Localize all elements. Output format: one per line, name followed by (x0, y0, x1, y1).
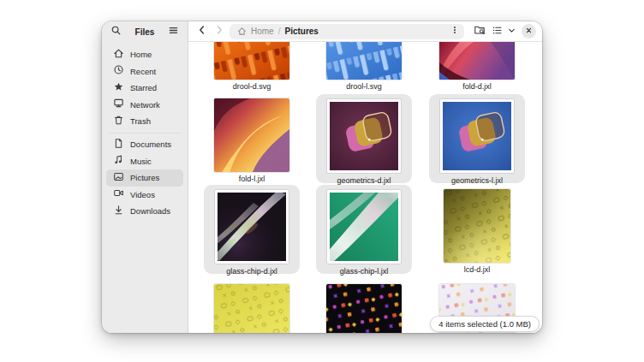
sidebar-item-label: Trash (130, 116, 151, 126)
files-window: Files Home Recent Starre (102, 21, 542, 333)
clock-icon (113, 63, 124, 79)
file-geometrics-l[interactable]: geometrics-l.jxl (429, 94, 525, 183)
file-glass-chip-l[interactable]: glass-chip-l.jxl (316, 185, 412, 274)
window-close-button[interactable] (522, 24, 536, 39)
file-label: fold-d.jxl (462, 82, 492, 91)
video-camera-icon (113, 187, 124, 202)
file-label: glass-chip-l.jxl (340, 267, 389, 276)
file-thumbnail (214, 189, 289, 264)
trash-icon (113, 114, 124, 129)
main-menu-button[interactable] (166, 24, 182, 39)
sidebar-item-downloads[interactable]: Downloads (106, 203, 183, 220)
home-icon (113, 47, 124, 62)
sidebar-item-label: Network (130, 100, 160, 110)
document-icon (113, 137, 124, 152)
file-label: glass-chip-d.jxl (226, 267, 277, 276)
download-icon (113, 204, 124, 219)
sidebar-group-places: Home Recent Starred Network Trash (106, 46, 183, 130)
selection-status-text: 4 items selected (1.0 MB) (438, 319, 531, 329)
star-icon (113, 80, 124, 96)
breadcrumb: Home / Pictures (230, 24, 464, 39)
header-bar: Home / Pictures (188, 21, 542, 42)
sidebar-item-recent[interactable]: Recent (106, 63, 183, 80)
sidebar: Files Home Recent Starre (102, 21, 188, 333)
file-lcd-d[interactable]: lcd-d.jxl (429, 185, 525, 274)
sidebar-separator (109, 133, 181, 134)
file-label: geometrics-d.jxl (337, 176, 391, 185)
kebab-menu-icon (450, 25, 460, 38)
sidebar-item-network[interactable]: Network (106, 97, 183, 114)
sidebar-item-home[interactable]: Home (106, 46, 183, 63)
file-thumbnail (326, 42, 402, 80)
search-button[interactable] (108, 24, 123, 39)
file-label: drool-d.svg (233, 82, 271, 91)
sidebar-item-label: Pictures (130, 173, 159, 182)
list-view-icon (492, 25, 503, 39)
breadcrumb-separator: / (278, 27, 281, 36)
sidebar-item-label: Documents (130, 139, 171, 149)
forward-button[interactable] (211, 23, 228, 40)
close-icon (524, 25, 534, 38)
list-view-button[interactable] (488, 23, 505, 40)
app-title: Files (135, 27, 155, 37)
file-thumbnail (439, 98, 515, 174)
file-drool-l[interactable]: drool-l.svg (316, 42, 412, 91)
breadcrumb-current[interactable]: Pictures (284, 27, 318, 36)
file-label: drool-l.svg (346, 82, 382, 91)
file-thumbnail (214, 42, 289, 80)
file-fold-l[interactable]: fold-l.jxl (204, 94, 300, 183)
sidebar-group-folders: Documents Music Pictures Videos Download… (106, 136, 183, 220)
sidebar-header: Files (102, 21, 188, 42)
desktop-background: Files Home Recent Starre (0, 0, 644, 362)
sidebar-item-label: Starred (130, 83, 157, 92)
file-thumbnail (214, 284, 289, 333)
status-bar: 4 items selected (1.0 MB) (430, 316, 540, 332)
file-partial-1[interactable] (204, 284, 300, 333)
file-thumbnail (326, 98, 402, 174)
search-everywhere-button[interactable] (471, 23, 488, 40)
breadcrumb-home[interactable]: Home (251, 27, 274, 36)
sidebar-item-videos[interactable]: Videos (106, 187, 183, 204)
sidebar-item-documents[interactable]: Documents (106, 136, 183, 153)
view-options-button[interactable] (505, 23, 518, 40)
file-partial-2[interactable] (316, 284, 412, 333)
file-fold-d[interactable]: fold-d.jxl (429, 42, 525, 91)
sidebar-item-pictures[interactable]: Pictures (106, 169, 183, 187)
sidebar-item-label: Videos (130, 190, 155, 199)
file-label: lcd-d.jxl (464, 265, 491, 274)
sidebar-item-music[interactable]: Music (106, 153, 183, 170)
file-thumbnail (444, 189, 510, 263)
search-icon (110, 25, 122, 39)
image-icon (113, 170, 124, 186)
sidebar-item-label: Home (130, 50, 152, 59)
back-button[interactable] (194, 23, 211, 40)
home-icon (237, 24, 247, 39)
file-thumbnail (326, 189, 402, 264)
file-label: fold-l.jxl (239, 175, 265, 183)
file-thumbnail (439, 42, 515, 80)
file-drool-d[interactable]: drool-d.svg (204, 42, 300, 91)
sidebar-item-label: Music (130, 157, 152, 166)
display-icon (113, 97, 124, 112)
file-thumbnail (214, 98, 289, 172)
file-glass-chip-d[interactable]: glass-chip-d.jxl (204, 185, 300, 274)
music-note-icon (113, 153, 124, 169)
file-grid: drool-d.svg (188, 42, 542, 333)
search-folder-icon (474, 24, 486, 39)
folder-menu-button[interactable] (447, 24, 462, 39)
file-geometrics-d[interactable]: geometrics-d.jxl (316, 94, 412, 183)
sidebar-item-label: Downloads (130, 206, 170, 216)
chevron-down-icon (507, 25, 516, 38)
sidebar-item-trash[interactable]: Trash (106, 113, 183, 130)
file-thumbnail (326, 284, 402, 333)
hamburger-menu-icon (168, 25, 179, 39)
chevron-left-icon (196, 24, 208, 39)
sidebar-item-label: Recent (130, 67, 156, 76)
sidebar-item-starred[interactable]: Starred (106, 80, 183, 97)
chevron-right-icon (213, 24, 225, 39)
file-label: geometrics-l.jxl (451, 176, 503, 185)
